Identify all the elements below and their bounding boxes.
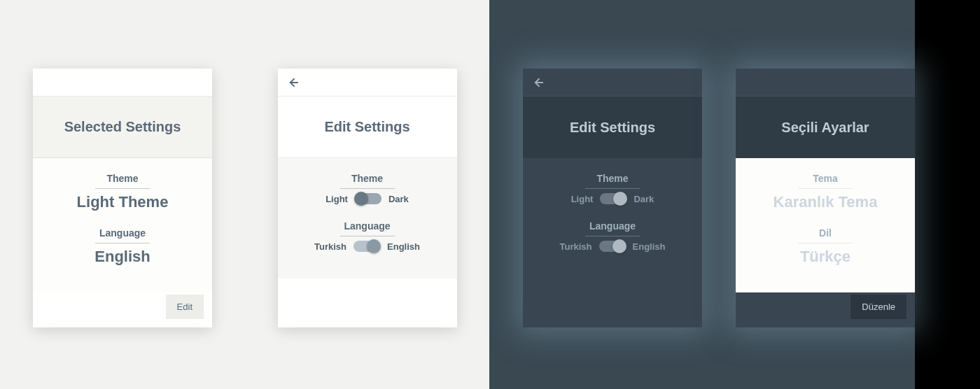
app-topbar [33,69,212,97]
language-section: Language English [46,227,200,266]
language-switch[interactable] [354,241,380,252]
language-label: Dil [819,227,832,241]
switch-knob [613,192,627,206]
app-topbar [736,69,915,97]
language-option-turkish: Turkish [314,241,346,252]
language-section: Language Turkish English [536,220,690,252]
card-title-band: Edit Settings [523,97,702,158]
language-label: Language [589,220,636,234]
divider [798,188,853,189]
theme-section: Theme Light Dark [536,172,690,204]
theme-option-light: Light [571,194,594,204]
theme-option-dark: Dark [634,194,654,204]
theme-label: Theme [351,173,383,187]
switch-knob [354,192,368,206]
language-label: Language [344,220,390,234]
divider [340,188,395,189]
edit-button[interactable]: Edit [166,295,204,319]
theme-label: Tema [813,173,838,187]
divider [340,236,395,236]
settings-card-dark: Seçili Ayarlar Tema Karanlık Tema Dil Tü… [736,69,915,327]
panel-selected-dark: Seçili Ayarlar Tema Karanlık Tema Dil Tü… [736,0,915,389]
language-toggle-row: Turkish English [536,241,690,252]
switch-knob [612,239,626,253]
theme-value: Light Theme [46,193,200,211]
edit-card-dark: Edit Settings Theme Light Dark Language … [523,69,702,327]
language-toggle-row: Turkish English [290,241,444,252]
theme-section: Tema Karanlık Tema [748,172,902,211]
divider [95,188,150,189]
language-option-english: English [387,241,420,252]
card-title-band: Seçili Ayarlar [736,97,915,158]
divider [798,243,853,243]
back-arrow-icon[interactable] [288,76,300,89]
language-switch[interactable] [599,241,626,252]
theme-option-dark: Dark [388,194,409,204]
card-body: Theme Light Dark Language Turkish Englis… [278,158,457,278]
app-topbar [523,69,702,97]
card-body: Theme Light Theme Language English [33,158,212,292]
page-title: Seçili Ayarlar [781,120,869,136]
theme-option-light: Light [326,194,348,204]
theme-switch[interactable] [355,193,382,204]
theme-label: Theme [106,173,138,187]
language-option-english: English [633,241,666,252]
language-section: Language Turkish English [290,220,444,252]
theme-toggle-row: Light Dark [536,193,690,204]
language-value: Türkçe [748,248,902,266]
language-section: Dil Türkçe [748,227,902,266]
page-title: Edit Settings [570,120,655,136]
edit-button[interactable]: Düzenle [850,295,906,319]
theme-section: Theme Light Theme [46,172,200,211]
page-title: Selected Settings [64,119,181,135]
panel-selected-light: Selected Settings Theme Light Theme Lang… [0,0,245,389]
language-value: English [46,248,200,266]
switch-knob [367,239,381,253]
theme-value: Karanlık Tema [748,193,902,211]
card-body: Theme Light Dark Language Turkish Englis… [523,158,702,278]
divider [585,188,640,189]
panel-edit-dark: Edit Settings Theme Light Dark Language … [489,0,736,389]
app-topbar [278,69,457,97]
theme-section: Theme Light Dark [290,172,444,204]
page-title: Edit Settings [324,119,410,135]
divider [585,236,640,236]
theme-switch[interactable] [600,193,626,204]
card-body: Tema Karanlık Tema Dil Türkçe [736,158,915,292]
panel-edit-light: Edit Settings Theme Light Dark Language … [245,0,489,389]
divider [95,243,150,243]
language-label: Language [99,227,146,241]
edit-card: Edit Settings Theme Light Dark Language … [278,69,457,327]
theme-label: Theme [596,173,628,187]
theme-toggle-row: Light Dark [290,193,444,204]
back-arrow-icon[interactable] [533,76,545,89]
card-title-band: Selected Settings [33,97,212,158]
language-option-turkish: Turkish [560,241,592,252]
card-title-band: Edit Settings [278,97,457,158]
settings-card: Selected Settings Theme Light Theme Lang… [33,69,212,327]
